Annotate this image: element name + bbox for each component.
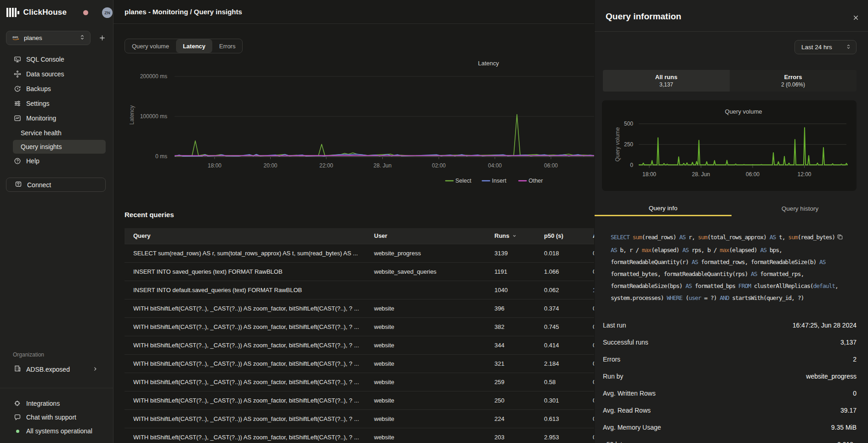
recent-queries-table: QueryUserRunsp50 (s)Avg. SELECT sum(read… [125,228,594,443]
panel-tab-query-info[interactable]: Query info [595,201,732,216]
avg-cell: 0 [584,391,594,409]
sidebar-item-data-sources[interactable]: Data sources [0,67,113,81]
sidebar-item-label: Help [26,157,40,165]
sql-line: AS b, r / max(elapsed) AS rps, b / max(e… [611,244,857,256]
time-range-select[interactable]: Last 24 hrs [794,40,857,54]
sidebar-item-backups[interactable]: Backups [0,81,113,96]
query-details-list: Last run16:47:25, Jun 28 2024Successful … [603,316,857,443]
table-row[interactable]: WITH bitShiftLeft(CAST(?..), _CAST(?..))… [125,317,594,336]
sidebar-item-label: SQL Console [26,56,64,63]
sidebar-item-query-insights[interactable]: Query insights [13,140,106,154]
clickhouse-logo-icon[interactable] [6,8,19,17]
table-row[interactable]: WITH bitShiftLeft(CAST(?..), _CAST(?..))… [125,336,594,354]
sql-line: formatReadableSize(bps) AS formatted_bps… [611,280,857,292]
p50-cell: 2.953 [535,428,584,443]
sidebar-item-monitoring[interactable]: Monitoring [0,111,113,126]
column-header-user[interactable]: User [365,228,486,244]
column-header-p50-s-[interactable]: p50 (s) [535,228,584,244]
table-row[interactable]: WITH bitShiftLeft(CAST(?..), _CAST(?..))… [125,354,594,373]
logo-text[interactable]: ClickHouse [23,8,67,17]
column-header-query[interactable]: Query [125,228,365,244]
tab-query-volume[interactable]: Query volume [125,39,176,53]
detail-label: Avg. Read Rows [603,407,651,414]
svg-text:aws: aws [12,35,18,39]
close-icon[interactable] [851,13,860,22]
footer-item-label: Integrations [26,400,60,407]
table-row[interactable]: INSERT INTO saved_queries (text) FORMAT … [125,262,594,281]
detail-label: Successful runs [603,339,648,346]
avatar[interactable]: ZN [102,7,113,18]
sql-query-code[interactable]: SELECT sum(read_rows) AS r, sum(total_ro… [611,231,857,304]
query-cell: SELECT sum(read_rows) AS r, sum(total_ro… [125,244,365,262]
column-header-avg-[interactable]: Avg. [584,228,594,244]
panel-tab-query-history[interactable]: Query history [732,201,868,216]
table-row[interactable]: INSERT INTO default.saved_queries (text)… [125,281,594,299]
sidebar-item-help[interactable]: Help [0,154,113,168]
query-cell: INSERT INTO default.saved_queries (text)… [125,281,365,299]
detail-row-successful-runs: Successful runs3,137 [603,334,857,351]
detail-label: Last run [603,322,626,329]
table-row[interactable]: SELECT sum(read_rows) AS r, sum(total_ro… [125,244,594,262]
table-row[interactable]: WITH bitShiftLeft(CAST(?..), _CAST(?..))… [125,409,594,428]
user-cell: website [365,373,486,391]
column-header-label: User [374,232,387,239]
detail-value: 0.018s [837,441,857,443]
detail-value: 3,137 [840,339,857,346]
runs-cell: 250 [486,391,535,409]
organization-row[interactable]: ADSB.exposed [0,363,113,376]
runs-cell: 203 [486,428,535,443]
panel-title: Query information [606,12,681,22]
svg-text:02:00: 02:00 [432,162,446,169]
p50-cell: 2.184 [535,354,584,373]
integrations-icon [14,400,21,407]
monitoring-icon [14,115,21,122]
detail-label: Run by [603,373,623,380]
toggle-all-runs[interactable]: All runs 3,137 [603,70,730,92]
table-row[interactable]: WITH bitShiftLeft(CAST(?..), _CAST(?..))… [125,428,594,443]
runs-cell: 259 [486,373,535,391]
user-cell: website [365,391,486,409]
sidebar-item-sql-console[interactable]: SQL Console [0,52,113,67]
footer-item-label: All systems operational [26,427,92,435]
sidebar-item-label: Monitoring [26,115,56,122]
footer-item-integrations[interactable]: Integrations [0,397,113,410]
latency-chart: 0 ms100000 ms200000 msLatencyLatency18:0… [113,55,594,193]
query-cell: WITH bitShiftLeft(CAST(?..), _CAST(?..))… [125,299,365,317]
p50-cell: 0.018 [535,244,584,262]
query-volume-chart: 0250500Query volumeQuery volume18:0028. … [602,100,857,191]
avg-cell: 0 [584,317,594,336]
query-cell: WITH bitShiftLeft(CAST(?..), _CAST(?..))… [125,373,365,391]
svg-text:Latency: Latency [129,105,135,125]
detail-value: 0 [853,390,857,397]
avg-cell: 0 [584,428,594,443]
sidebar-item-settings[interactable]: Settings [0,96,113,111]
tab-latency[interactable]: Latency [176,39,212,53]
svg-text:04:00: 04:00 [488,162,502,169]
sidebar-item-service-health[interactable]: Service health [0,126,113,140]
avg-cell: 0 [584,373,594,391]
connect-button[interactable]: Connect [6,178,106,192]
avg-cell: 0 [584,262,594,281]
service-selector[interactable]: aws planes [6,31,91,45]
copy-icon[interactable] [837,232,843,244]
chevron-updown-icon [845,44,851,51]
query-cell: WITH bitShiftLeft(CAST(?..), _CAST(?..))… [125,409,365,428]
sort-chevron-down-icon [512,233,517,240]
table-row[interactable]: WITH bitShiftLeft(CAST(?..), _CAST(?..))… [125,391,594,409]
column-header-runs[interactable]: Runs [486,228,535,244]
panel-tabs: Query infoQuery history [595,201,868,216]
detail-row-p50-latency: p50 latency0.018s [603,436,857,443]
chat-icon [14,414,21,421]
svg-text:Query volume: Query volume [725,108,762,115]
tab-errors[interactable]: Errors [212,39,242,53]
footer-item-all-systems-operational[interactable]: All systems operational [0,424,113,438]
sql-line: formatReadableQuantity(r) AS formatted_r… [611,256,857,268]
add-service-button[interactable] [96,32,108,43]
table-row[interactable]: WITH bitShiftLeft(CAST(?..), _CAST(?..))… [125,373,594,391]
svg-text:28. Jun: 28. Jun [692,171,710,178]
avg-cell: 0 [584,299,594,317]
svg-text:Insert: Insert [492,178,507,184]
table-row[interactable]: WITH bitShiftLeft(CAST(?..), _CAST(?..))… [125,299,594,317]
toggle-errors[interactable]: Errors 2 (0.06%) [730,70,857,92]
footer-item-chat-with-support[interactable]: Chat with support [0,410,113,424]
